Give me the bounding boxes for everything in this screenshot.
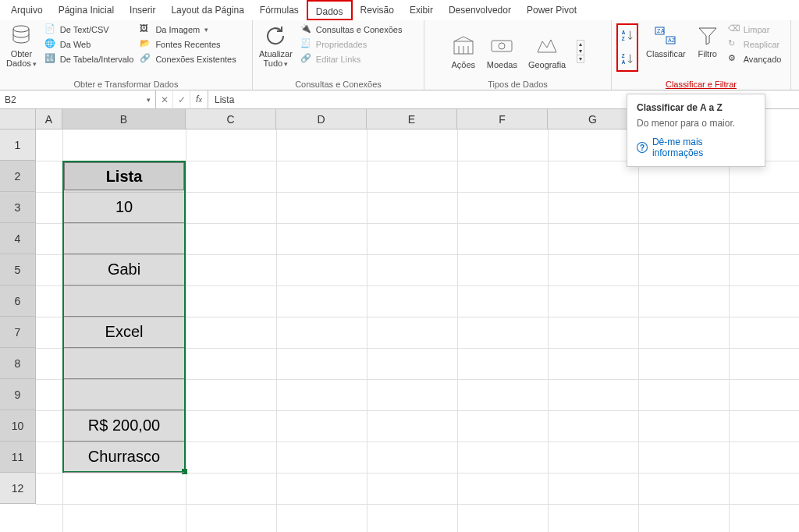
col-header-D[interactable]: D [276, 109, 367, 129]
spreadsheet-grid[interactable]: ABCDEFG123456789101112Lista10GabiExcelR$… [0, 109, 799, 532]
propriedades: 🧾Propriedades [300, 38, 403, 51]
filtro-button[interactable]: Filtro [694, 23, 722, 59]
row-header-3[interactable]: 3 [0, 192, 36, 223]
row-header-5[interactable]: 5 [0, 254, 36, 286]
datatype-acoes-label: Ações [451, 60, 475, 69]
name-box-text: B2 [5, 94, 16, 105]
avancado[interactable]: ⚙Avançado [728, 53, 782, 66]
cell-B2-header[interactable]: Lista [64, 162, 184, 190]
row-header-12[interactable]: 12 [0, 473, 36, 504]
recent-icon: 📂 [140, 38, 152, 51]
classificar-label: Classificar [646, 49, 686, 59]
svg-rect-5 [492, 41, 512, 51]
editar-links: 🔗Editar Links [300, 53, 403, 66]
row-header-7[interactable]: 7 [0, 317, 36, 348]
sort-asc-tooltip: Classificar de A a Z Do menor para o mai… [627, 94, 765, 167]
menubar: Arquivo Página Inicial Inserir Layout da… [0, 0, 799, 20]
select-all-corner[interactable] [0, 109, 36, 129]
name-box[interactable]: B2 ▾ [0, 90, 156, 108]
group-consultas: Atualizar Tudo 🔌Consultas e Conexões 🧾Pr… [253, 20, 424, 90]
tab-formulas[interactable]: Fórmulas [252, 0, 307, 20]
group-label-obter: Obter e Transformar Dados [5, 80, 247, 89]
expand-icon[interactable]: ▾ [577, 55, 584, 62]
group-obter-transformar: Obter Dados 📄De Text/CSV 🌐Da Web 🔣De Tab… [0, 20, 253, 90]
chevron-down-icon[interactable]: ▾ [147, 96, 151, 104]
svg-point-0 [13, 26, 29, 32]
row-header-11[interactable]: 11 [0, 442, 36, 473]
atualizar-tudo-button[interactable]: Atualizar Tudo [257, 23, 294, 69]
consultas-conexoes[interactable]: 🔌Consultas e Conexões [300, 23, 403, 36]
cell-B9[interactable] [64, 379, 184, 410]
cell-B3[interactable]: 10 [64, 192, 184, 223]
tab-arquivo[interactable]: Arquivo [3, 0, 51, 20]
tooltip-title: Classificar de A a Z [637, 102, 755, 113]
cell-B4[interactable] [64, 223, 184, 254]
conexoes-existentes[interactable]: 🔗Conexões Existentes [140, 53, 236, 66]
svg-text:Z: Z [657, 28, 661, 34]
file-text-icon: 📄 [44, 23, 57, 36]
accept-formula-icon[interactable]: ✓ [173, 90, 190, 109]
tab-exibir[interactable]: Exibir [402, 0, 441, 20]
cell-B8[interactable] [64, 348, 184, 379]
da-web[interactable]: 🌐Da Web [44, 38, 134, 51]
datatype-acoes[interactable]: Ações [451, 34, 476, 69]
col-header-E[interactable]: E [367, 109, 457, 129]
row-header-4[interactable]: 4 [0, 223, 36, 254]
row-header-2[interactable]: 2 [0, 161, 36, 192]
de-tabela-intervalo[interactable]: 🔣De Tabela/Intervalo [44, 53, 134, 66]
da-imagem[interactable]: 🖼Da Imagem [140, 23, 236, 36]
datatype-geografia[interactable]: Geografia [528, 34, 566, 69]
cell-B11[interactable]: Churrasco [64, 442, 184, 473]
tab-layout-pagina[interactable]: Layout da Página [163, 0, 251, 20]
row-header-6[interactable]: 6 [0, 286, 36, 317]
advanced-filter-icon: ⚙ [728, 53, 740, 66]
geography-icon [534, 34, 559, 59]
de-text-csv[interactable]: 📄De Text/CSV [44, 23, 134, 36]
sort-asc-button[interactable]: AZ [620, 27, 635, 45]
clear-filter-icon: ⌫ [728, 23, 740, 36]
scroll-up-icon[interactable]: ▴ [577, 41, 584, 48]
svg-text:A: A [661, 28, 665, 34]
fontes-recentes[interactable]: 📂Fontes Recentes [140, 38, 236, 51]
col-header-B[interactable]: B [62, 109, 186, 129]
cancel-formula-icon[interactable]: ✕ [156, 90, 173, 109]
cell-B10[interactable]: R$ 200,00 [64, 410, 184, 442]
cell-B6[interactable] [64, 286, 184, 317]
row-header-8[interactable]: 8 [0, 348, 36, 379]
ribbon: Obter Dados 📄De Text/CSV 🌐Da Web 🔣De Tab… [0, 20, 799, 90]
atualizar-tudo-label: Atualizar Tudo [259, 49, 293, 69]
cell-B7[interactable]: Excel [64, 317, 184, 348]
tab-inserir[interactable]: Inserir [122, 0, 163, 20]
col-header-F[interactable]: F [457, 109, 548, 129]
sort-asc-desc-box: AZ ZA [616, 23, 638, 72]
col-header-G[interactable]: G [548, 109, 638, 129]
tooltip-more-link[interactable]: ? Dê-me mais informações [637, 137, 755, 158]
fx-icon[interactable]: fx [190, 90, 208, 109]
row-header-1[interactable]: 1 [0, 129, 36, 161]
cell-B5[interactable]: Gabi [64, 254, 184, 286]
image-icon: 🖼 [140, 23, 152, 36]
row-header-9[interactable]: 9 [0, 379, 36, 410]
tab-powerpivot[interactable]: Power Pivot [519, 0, 584, 20]
tab-revisao[interactable]: Revisão [353, 0, 402, 20]
svg-text:Z: Z [672, 37, 676, 43]
classificar-button[interactable]: ZAAZ Classificar [645, 23, 687, 59]
obter-dados-label: Obter Dados [6, 49, 37, 69]
globe-icon: 🌐 [44, 38, 57, 51]
row-header-10[interactable]: 10 [0, 410, 36, 442]
formula-text: Lista [215, 94, 234, 105]
col-header-A[interactable]: A [36, 109, 62, 129]
refresh-icon [263, 23, 288, 48]
col-header-C[interactable]: C [186, 109, 276, 129]
scroll-down-icon[interactable]: ▾ [577, 48, 584, 55]
obter-dados-button[interactable]: Obter Dados [5, 23, 38, 69]
tab-pagina-inicial[interactable]: Página Inicial [51, 0, 122, 20]
tab-dados[interactable]: Dados [307, 0, 353, 20]
filtro-label: Filtro [698, 49, 717, 59]
stocks-icon [451, 34, 476, 59]
datatype-moedas[interactable]: Moedas [487, 34, 517, 69]
sort-desc-button[interactable]: ZA [620, 50, 635, 69]
tab-desenvolvedor[interactable]: Desenvolvedor [441, 0, 519, 20]
formula-controls: ✕ ✓ fx [156, 90, 208, 108]
datatype-geografia-label: Geografia [528, 60, 566, 69]
